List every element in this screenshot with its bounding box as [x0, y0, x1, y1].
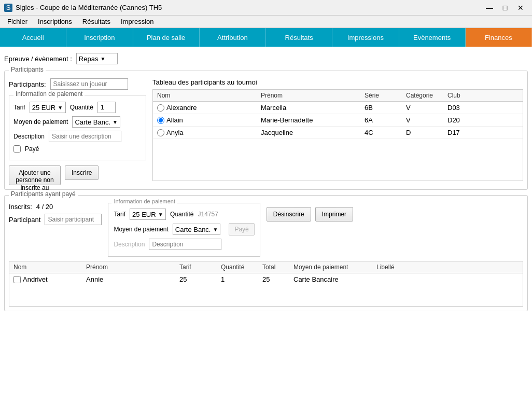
- paye-button[interactable]: Payé: [229, 223, 254, 236]
- paid-moyen-row: Moyen de paiement Carte Banc. ▼ Payé: [114, 223, 254, 236]
- epreuve-row: Epreuve / évènement : Repas ▼: [4, 51, 528, 66]
- bottom-table-row[interactable]: Andrivet Annie 25 1 25 Carte Bancaire: [9, 273, 523, 285]
- bt-row0-nom: Andrivet: [23, 275, 48, 283]
- tab-plan-de-salle[interactable]: Plan de salle: [133, 28, 200, 47]
- info-paiement-label: Information de paiement: [13, 90, 85, 98]
- tab-evenements[interactable]: Evènements: [399, 28, 466, 47]
- row1-serie: 6A: [365, 116, 406, 124]
- menu-impression[interactable]: Impression: [116, 17, 159, 26]
- paid-left: Inscrits: 4 / 20 Participant: [9, 203, 102, 228]
- add-person-button[interactable]: Ajouter une personne non inscrite au tou…: [9, 165, 61, 185]
- participant-input[interactable]: [45, 214, 102, 225]
- inscrire-button[interactable]: Inscrire: [65, 165, 99, 180]
- inscrits-row: Inscrits: 4 / 20: [9, 203, 102, 211]
- minimize-button[interactable]: —: [482, 1, 497, 15]
- row2-prenom: Jacqueline: [261, 129, 365, 136]
- paid-quantite-label: Quantité: [170, 211, 193, 218]
- row2-radio[interactable]: [157, 129, 164, 136]
- participant-row: Participant: [9, 214, 102, 225]
- paid-tarif-select[interactable]: 25 EUR ▼: [130, 209, 166, 220]
- table-row[interactable]: Alexandre Marcella 6B V D03: [153, 102, 523, 114]
- paye-label: Payé: [25, 145, 39, 153]
- tarif-arrow: ▼: [58, 105, 63, 110]
- bt-row0-prenom: Annie: [86, 275, 179, 283]
- paid-description-input[interactable]: [149, 239, 221, 250]
- row2-name-cell: Anyla: [157, 129, 261, 136]
- btcol-total: Total: [262, 264, 293, 271]
- bt-row0-quantite: 1: [221, 275, 262, 283]
- btcol-prenom: Prénom: [86, 264, 179, 271]
- btcol-quantite: Quantité: [221, 264, 262, 271]
- paid-description-row: Description: [114, 239, 254, 250]
- btcol-tarif: Tarif: [179, 264, 221, 271]
- bottom-table-header: Nom Prénom Tarif Quantité Total Moyen de…: [9, 261, 523, 273]
- description-row: Description: [13, 131, 142, 142]
- bt-row0-nom-cell: Andrivet: [13, 275, 86, 283]
- desinscrire-button[interactable]: Désinscrire: [267, 207, 311, 222]
- paid-description-label: Description: [114, 241, 145, 248]
- paye-checkbox[interactable]: [13, 145, 21, 153]
- app-icon: S: [4, 4, 12, 12]
- row0-club: D03: [447, 104, 489, 112]
- table-row[interactable]: Allain Marie-Bernadette 6A V D20: [153, 114, 523, 127]
- menu-fichier[interactable]: Fichier: [2, 17, 33, 26]
- paid-info-paiement-label: Information de paiement: [111, 198, 177, 204]
- row0-prenom: Marcella: [261, 104, 365, 112]
- row1-name-cell: Allain: [157, 116, 261, 124]
- paid-quantite-value: J14757: [198, 211, 218, 218]
- close-button[interactable]: ✕: [513, 1, 528, 15]
- paid-action-buttons: Désinscrire Imprimer: [267, 203, 353, 222]
- moyen-select[interactable]: Carte Banc. ▼: [72, 116, 120, 128]
- menu-inscriptions[interactable]: Inscriptions: [33, 17, 77, 26]
- row1-prenom: Marie-Bernadette: [261, 116, 365, 124]
- imprimer-button[interactable]: Imprimer: [315, 207, 353, 222]
- tab-inscription[interactable]: Inscription: [66, 28, 133, 47]
- row0-name-cell: Alexandre: [157, 104, 261, 112]
- paye-row: Payé: [13, 145, 142, 153]
- bt-row0-total: 25: [262, 275, 293, 283]
- bt-row0-checkbox[interactable]: [13, 276, 21, 283]
- tab-attribution[interactable]: Attribution: [200, 28, 266, 47]
- paid-moyen-select[interactable]: Carte Banc. ▼: [173, 224, 221, 235]
- paid-tarif-row: Tarif 25 EUR ▼ Quantité J14757: [114, 209, 254, 220]
- btcol-libelle: Libellé: [376, 264, 519, 271]
- participants-input[interactable]: [50, 78, 128, 90]
- tab-resultats[interactable]: Résultats: [266, 28, 332, 47]
- col-club: Club: [447, 92, 489, 99]
- tab-accueil[interactable]: Accueil: [0, 28, 66, 47]
- quantite-input[interactable]: 1: [97, 102, 116, 113]
- participants-input-row: Participants:: [9, 78, 146, 90]
- description-input[interactable]: [49, 131, 121, 142]
- row0-serie: 6B: [365, 104, 406, 112]
- moyen-paiement-row: Moyen de paiement Carte Banc. ▼: [13, 116, 142, 128]
- row2-categorie: D: [406, 129, 447, 136]
- paid-top-row: Inscrits: 4 / 20 Participant Information…: [9, 203, 523, 257]
- table-row[interactable]: Anyla Jacqueline 4C D D17: [153, 127, 523, 139]
- row0-radio[interactable]: [157, 104, 164, 112]
- title-bar: S Sigles - Coupe de la Méditerranée (Can…: [0, 0, 532, 16]
- table-header: Nom Prénom Série Catégorie Club: [153, 90, 523, 102]
- window-controls: — □ ✕: [482, 1, 528, 15]
- bottom-table: Nom Prénom Tarif Quantité Total Moyen de…: [9, 261, 523, 307]
- nav-tabs: Accueil Inscription Plan de salle Attrib…: [0, 28, 532, 47]
- paid-payment-box: Information de paiement Tarif 25 EUR ▼ Q…: [108, 203, 260, 257]
- epreuve-dropdown-arrow: ▼: [100, 56, 105, 62]
- window-title: Sigles - Coupe de la Méditerranée (Canne…: [16, 4, 162, 11]
- moyen-label: Moyen de paiement: [13, 118, 68, 126]
- tarif-select[interactable]: 25 EUR ▼: [30, 102, 66, 113]
- tab-finances[interactable]: Finances: [466, 28, 532, 47]
- epreuve-select[interactable]: Repas ▼: [76, 53, 118, 64]
- menu-resultats[interactable]: Résultats: [77, 17, 116, 26]
- tarif-label: Tarif: [13, 104, 25, 111]
- paid-section-label: Participants ayant payé: [9, 190, 78, 198]
- row1-radio[interactable]: [157, 117, 164, 124]
- btcol-moyen: Moyen de paiement: [293, 264, 376, 271]
- moyen-arrow: ▼: [113, 119, 118, 125]
- tab-impressions[interactable]: Impressions: [332, 28, 399, 47]
- epreuve-label: Epreuve / évènement :: [4, 55, 72, 63]
- participants-field-label: Participants:: [9, 80, 46, 88]
- left-panel: Participants: Information de paiement Ta…: [9, 78, 146, 185]
- row0-categorie: V: [406, 104, 447, 112]
- maximize-button[interactable]: □: [498, 1, 512, 15]
- inscrits-label: Inscrits:: [9, 203, 32, 211]
